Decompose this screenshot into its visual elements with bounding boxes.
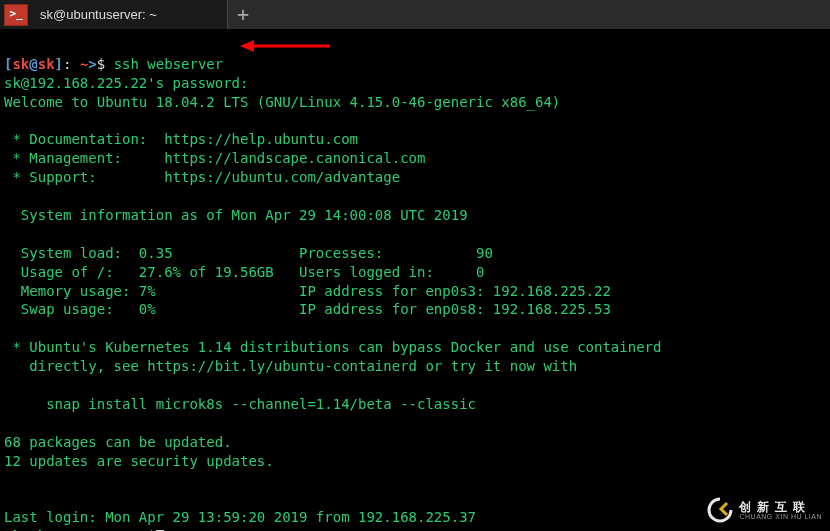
terminal-tab[interactable]: >_ sk@ubuntuserver: ~ — [0, 0, 228, 29]
sysinfo-row: Swap usage: 0% IP address for enp0s8: 19… — [4, 301, 611, 317]
motd-doc: * Documentation: https://help.ubuntu.com — [4, 131, 358, 147]
motd-snap: snap install microk8s --channel=1.14/bet… — [4, 396, 476, 412]
sysinfo-row: Memory usage: 7% IP address for enp0s3: … — [4, 283, 611, 299]
prompt-sep: : — [63, 56, 80, 72]
titlebar: >_ sk@ubuntuserver: ~ + — [0, 0, 830, 30]
password-prompt: sk@192.168.225.22's password: — [4, 75, 248, 91]
terminal-body[interactable]: [sk@sk]: ~>$ ssh webserver sk@192.168.22… — [0, 30, 830, 531]
sysinfo-row: Usage of /: 27.6% of 19.56GB Users logge… — [4, 264, 484, 280]
watermark-text-cn: 创新互联 — [739, 501, 822, 513]
last-login: Last login: Mon Apr 29 13:59:20 2019 fro… — [4, 509, 476, 525]
new-tab-button[interactable]: + — [228, 1, 258, 28]
terminal-icon: >_ — [4, 4, 28, 26]
tab-title: sk@ubuntuserver: ~ — [36, 6, 217, 24]
sysinfo-row: System load: 0.35 Processes: 90 — [4, 245, 493, 261]
prompt-gt: > — [88, 56, 96, 72]
motd-support: * Support: https://ubuntu.com/advantage — [4, 169, 400, 185]
prompt-at: @ — [29, 56, 37, 72]
sysinfo-header: System information as of Mon Apr 29 14:0… — [4, 207, 468, 223]
motd-k8s: directly, see https://bit.ly/ubuntu-cont… — [4, 358, 577, 374]
updates-line: 12 updates are security updates. — [4, 453, 274, 469]
watermark-text-en: CHUANG XIN HU LIAN — [739, 513, 822, 520]
updates-line: 68 packages can be updated. — [4, 434, 232, 450]
prompt-user: sk — [12, 56, 29, 72]
prompt-host: sk — [38, 56, 55, 72]
command-text: ssh webserver — [114, 56, 224, 72]
motd-k8s: * Ubuntu's Kubernetes 1.14 distributions… — [4, 339, 661, 355]
prompt-dollar: $ — [97, 56, 114, 72]
prompt-bracket-close: ] — [55, 56, 63, 72]
welcome-line: Welcome to Ubuntu 18.04.2 LTS (GNU/Linux… — [4, 94, 560, 110]
motd-mgmt: * Management: https://landscape.canonica… — [4, 150, 425, 166]
watermark: 创新互联 CHUANG XIN HU LIAN — [707, 497, 822, 523]
watermark-logo-icon — [707, 497, 733, 523]
